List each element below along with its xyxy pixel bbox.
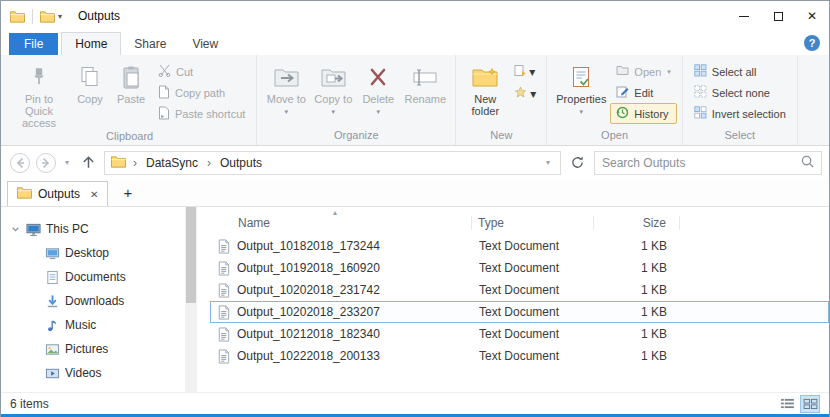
invert-selection-icon (694, 106, 707, 121)
quick-access-folder-icon[interactable] (40, 9, 55, 24)
tab-close-icon[interactable]: ✕ (90, 189, 98, 200)
tab-view[interactable]: View (179, 33, 231, 55)
copy-button[interactable]: Copy (70, 58, 110, 129)
ribbon-group-open: Properties ▾ Open ▾ Edit Histo (547, 55, 682, 145)
open-button[interactable]: Open ▾ (610, 61, 676, 82)
edit-icon (616, 85, 629, 100)
address-box[interactable]: › DataSync › Outputs ▾ (104, 151, 561, 175)
ribbon-group-organize: Move to ▾ Copy to ▾ Delete ▾ Rename (257, 55, 456, 145)
breadcrumb-outputs[interactable]: Outputs (218, 156, 264, 170)
file-row[interactable]: Output_10192018_160920Text Document1 KB (210, 257, 829, 279)
text-document-icon (216, 239, 231, 254)
file-row[interactable]: Output_10222018_200133Text Document1 KB (210, 345, 829, 367)
paste-button[interactable]: Paste (110, 58, 152, 129)
text-document-icon (216, 349, 231, 364)
tab-home[interactable]: Home (61, 32, 121, 55)
history-button[interactable]: History (610, 103, 676, 124)
this-pc-icon (26, 222, 41, 237)
move-to-button[interactable]: Move to ▾ (262, 58, 310, 128)
large-icons-view-button[interactable] (800, 395, 820, 413)
sidebar-item-desktop[interactable]: Desktop (1, 241, 185, 265)
details-view-button[interactable] (777, 395, 797, 413)
tab-share[interactable]: Share (121, 33, 179, 55)
refresh-button[interactable] (565, 151, 589, 175)
group-label-open: Open (548, 128, 680, 145)
chevron-down-icon: ▾ (285, 106, 289, 118)
up-button[interactable] (76, 151, 100, 175)
maximize-icon (774, 12, 783, 21)
titlebar[interactable]: ▾ Outputs ✕ (1, 1, 829, 31)
sidebar-item-music[interactable]: Music (1, 313, 185, 337)
copy-path-button[interactable]: Copy path (152, 82, 251, 103)
rename-button[interactable]: Rename (400, 58, 450, 128)
address-dropdown-chevron-icon[interactable]: ▾ (542, 158, 554, 167)
documents-icon (45, 270, 60, 285)
sidebar-item-label: Desktop (65, 246, 109, 260)
sidebar-item-label: Videos (65, 366, 101, 380)
sidebar-item-label: This PC (46, 222, 89, 236)
easy-access-button[interactable]: ▾ (511, 85, 539, 102)
copy-to-icon (321, 61, 346, 93)
column-header-name[interactable]: Name (210, 216, 472, 230)
new-folder-button[interactable]: New folder (461, 58, 509, 128)
file-row[interactable]: Output_10212018_182340Text Document1 KB (210, 323, 829, 345)
invert-selection-button[interactable]: Invert selection (688, 103, 792, 124)
content-area: This PCDesktopDocumentsDownloadsMusicPic… (1, 207, 829, 392)
file-row[interactable]: Output_10202018_233207Text Document1 KB (210, 301, 829, 323)
desktop-icon (45, 246, 60, 261)
forward-button[interactable] (34, 151, 58, 175)
edit-button[interactable]: Edit (610, 82, 676, 103)
file-size: 1 KB (595, 261, 681, 275)
copy-to-button[interactable]: Copy to ▾ (310, 58, 356, 128)
chevron-down-icon: ▾ (529, 65, 535, 79)
minimize-button[interactable] (727, 1, 761, 31)
search-input[interactable] (602, 156, 801, 170)
scrollbar-thumb[interactable] (186, 207, 196, 303)
quick-access-toolbar-chevron-icon[interactable]: ▾ (58, 12, 62, 21)
search-box[interactable] (594, 151, 822, 175)
sidebar-scrollbar[interactable] (185, 207, 197, 392)
pin-icon (31, 61, 47, 93)
file-row[interactable]: Output_10202018_231742Text Document1 KB (210, 279, 829, 301)
expander-chevron-icon[interactable] (9, 225, 21, 234)
file-explorer-window: ▾ Outputs ✕ File Home Share View ? Pin t… (0, 0, 830, 417)
recent-locations-chevron-icon[interactable]: ▾ (60, 151, 74, 175)
breadcrumb-datasync[interactable]: DataSync (144, 156, 200, 170)
sidebar-item-this-pc[interactable]: This PC (1, 217, 185, 241)
text-document-icon (216, 327, 231, 342)
sidebar-item-videos[interactable]: Videos (1, 361, 185, 385)
close-button[interactable]: ✕ (795, 1, 829, 31)
new-tab-button[interactable]: + (119, 184, 136, 201)
column-header-type[interactable]: Type (472, 216, 594, 230)
column-header-size[interactable]: Size (594, 216, 680, 230)
cut-button[interactable]: Cut (152, 61, 251, 82)
cut-icon (158, 64, 171, 79)
chevron-down-icon: ▾ (580, 106, 584, 118)
back-button[interactable] (8, 151, 32, 175)
window-title: Outputs (78, 9, 120, 23)
new-item-button[interactable]: ▾ (511, 63, 539, 80)
sidebar-item-pictures[interactable]: Pictures (1, 337, 185, 361)
sidebar-item-documents[interactable]: Documents (1, 265, 185, 289)
tab-file[interactable]: File (9, 33, 58, 55)
downloads-icon (45, 294, 60, 309)
file-type: Text Document (473, 349, 595, 363)
chevron-down-icon: ▾ (667, 68, 671, 76)
select-all-button[interactable]: Select all (688, 61, 792, 82)
maximize-button[interactable] (761, 1, 795, 31)
file-row[interactable]: Output_10182018_173244Text Document1 KB (210, 235, 829, 257)
file-type: Text Document (473, 283, 595, 297)
forward-arrow-icon (35, 152, 57, 174)
tab-outputs[interactable]: Outputs ✕ (7, 181, 108, 206)
help-button[interactable]: ? (804, 35, 820, 51)
pin-to-quick-access-button[interactable]: Pin to Quick access (8, 58, 70, 129)
select-none-button[interactable]: Select none (688, 82, 792, 103)
file-type: Text Document (473, 261, 595, 275)
large-icons-view-icon (803, 398, 818, 409)
file-type: Text Document (473, 327, 595, 341)
file-name: Output_10202018_231742 (237, 283, 380, 297)
properties-button[interactable]: Properties ▾ (552, 58, 610, 128)
delete-button[interactable]: Delete ▾ (356, 58, 400, 128)
paste-shortcut-button[interactable]: Paste shortcut (152, 103, 251, 124)
sidebar-item-downloads[interactable]: Downloads (1, 289, 185, 313)
